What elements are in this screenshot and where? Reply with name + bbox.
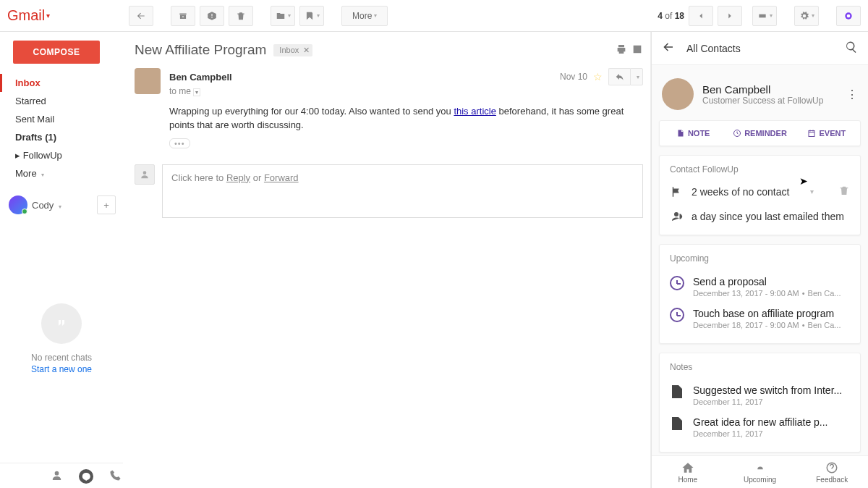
- contacts-tab-icon[interactable]: [51, 469, 63, 484]
- input-mode-button[interactable]: ▾: [752, 6, 777, 26]
- sender-name[interactable]: Ben Campbell: [169, 72, 232, 83]
- footer-feedback[interactable]: Feedback: [796, 456, 868, 488]
- chat-username[interactable]: Cody ▾: [32, 200, 61, 211]
- hangouts-tab-icon[interactable]: [79, 469, 93, 484]
- contact-menu-button[interactable]: ⋮: [846, 88, 858, 101]
- message: Ben Campbell Nov 10 ☆ ▾ to me▾ Wrapping …: [135, 68, 643, 148]
- reply-link[interactable]: Reply: [226, 172, 250, 183]
- notes-title: Notes: [670, 362, 850, 372]
- followup-card-title: Contact FollowUp: [670, 164, 850, 174]
- reply-more-button[interactable]: ▾: [630, 68, 643, 85]
- event-tab[interactable]: EVENT: [793, 121, 860, 146]
- note-item-title: Great idea for new affiliate p...: [693, 416, 850, 428]
- svg-point-2: [847, 14, 851, 17]
- chat-avatar[interactable]: [9, 195, 27, 214]
- footer-home[interactable]: Home: [652, 456, 724, 488]
- upcoming-item[interactable]: Send a proposal December 13, 2017 - 9:00…: [670, 271, 850, 303]
- label-remove-icon[interactable]: ✕: [303, 46, 310, 55]
- chat-user-row: Cody ▾ +: [9, 195, 116, 214]
- svg-rect-4: [809, 131, 814, 137]
- sender-avatar[interactable]: [135, 68, 161, 94]
- message-date: Nov 10: [560, 72, 587, 82]
- note-item[interactable]: Suggested we switch from Inter... Decemb…: [670, 379, 850, 411]
- note-tab[interactable]: NOTE: [660, 121, 726, 146]
- star-icon[interactable]: ☆: [593, 71, 603, 83]
- reply-button[interactable]: [608, 68, 630, 85]
- back-button[interactable]: [129, 6, 153, 26]
- pager-next-button[interactable]: [718, 6, 742, 26]
- settings-button[interactable]: ▾: [794, 6, 819, 26]
- upcoming-card: Upcoming Send a proposal December 13, 20…: [659, 244, 861, 344]
- labels-button[interactable]: ▾: [299, 6, 324, 26]
- hangouts-empty-text: No recent chats: [31, 353, 92, 363]
- content: New Affiliate Program Inbox✕ Ben Campbel…: [123, 32, 651, 488]
- reply-box[interactable]: Click here to Reply or Forward: [162, 164, 643, 218]
- contact-role: Customer Success at FollowUp: [702, 96, 838, 106]
- sidebar-bottom-tabs: [0, 463, 123, 488]
- note-item[interactable]: Great idea for new affiliate p... Decemb…: [670, 411, 850, 443]
- hangouts-start-link[interactable]: Start a new one: [31, 364, 92, 374]
- hangouts-icon: [41, 303, 82, 344]
- nav-followup[interactable]: ▸ FollowUp: [0, 146, 123, 164]
- label-chip[interactable]: Inbox✕: [273, 44, 312, 56]
- nav-sent[interactable]: Sent Mail: [0, 110, 123, 128]
- recipient: to me▾: [169, 86, 643, 96]
- delete-rule-button[interactable]: [838, 185, 850, 198]
- new-window-icon[interactable]: [631, 43, 643, 57]
- pager: 4 of 18: [658, 6, 742, 26]
- panel-title: All Contacts: [686, 43, 845, 54]
- broadcast-icon: [670, 210, 683, 223]
- panel-back-button[interactable]: [662, 41, 675, 56]
- more-button[interactable]: More▾: [341, 6, 388, 26]
- email-subject: New Affiliate Program: [135, 42, 266, 58]
- upcoming-item[interactable]: Touch base on affiliate program December…: [670, 303, 850, 335]
- panel-footer: Home Upcoming Feedback: [652, 455, 868, 488]
- details-toggle[interactable]: ▾: [193, 88, 200, 96]
- contact-followup-card: ➤ Contact FollowUp 2 weeks of no contact…: [659, 155, 861, 235]
- footer-upcoming[interactable]: Upcoming: [724, 456, 796, 488]
- note-icon: [670, 416, 684, 431]
- contact-avatar[interactable]: [662, 78, 694, 110]
- move-to-button[interactable]: ▾: [271, 6, 295, 26]
- compose-button[interactable]: COMPOSE: [13, 41, 100, 64]
- note-icon: [670, 384, 684, 399]
- nav-drafts[interactable]: Drafts (1): [0, 128, 123, 146]
- message-body: Wrapping up everything for our 4:00 toda…: [169, 105, 643, 132]
- nav-more[interactable]: More ▾: [0, 164, 123, 182]
- followup-rule-text: 2 weeks of no contact: [692, 186, 789, 198]
- logo[interactable]: Gmail ▾: [7, 7, 129, 24]
- followup-status-row: a day since you last emailed them: [670, 207, 850, 226]
- action-tabs: NOTE REMINDER EVENT: [659, 120, 861, 146]
- archive-button[interactable]: [171, 6, 195, 26]
- hangouts-empty: No recent chats Start a new one: [0, 214, 123, 463]
- spam-button[interactable]: [200, 6, 224, 26]
- message-link[interactable]: this article: [454, 106, 496, 117]
- reply-avatar: [135, 164, 155, 185]
- followup-panel: All Contacts Ben Campbell Customer Succe…: [651, 32, 868, 488]
- trimmed-content-toggle[interactable]: •••: [169, 138, 190, 148]
- followup-status-text: a day since you last emailed them: [692, 211, 844, 222]
- add-contact-button[interactable]: +: [97, 195, 116, 214]
- nav-inbox[interactable]: Inbox: [0, 74, 123, 92]
- home-icon: [681, 461, 694, 474]
- delete-button[interactable]: [229, 6, 253, 26]
- pager-prev-button[interactable]: [689, 6, 713, 26]
- reminder-tab[interactable]: REMINDER: [726, 121, 793, 146]
- notes-card: Notes Suggested we switch from Inter... …: [659, 353, 861, 453]
- logo-caret-icon: ▾: [46, 12, 50, 20]
- toolbar: Gmail ▾ ▾ ▾ More▾ 4 of 18 ▾ ▾: [0, 0, 868, 32]
- forward-link[interactable]: Forward: [264, 172, 299, 183]
- nav-starred[interactable]: Starred: [0, 92, 123, 110]
- pager-of: of: [665, 11, 672, 21]
- panel-search-button[interactable]: [845, 41, 858, 56]
- followup-ext-button[interactable]: [836, 6, 861, 26]
- upcoming-item-title: Send a proposal: [693, 276, 850, 287]
- svg-rect-0: [759, 14, 765, 17]
- followup-rule-row[interactable]: 2 weeks of no contact ▾: [670, 182, 850, 201]
- more-label: More: [352, 11, 372, 21]
- print-icon[interactable]: [616, 43, 627, 57]
- clock-icon: [670, 276, 684, 290]
- phone-tab-icon[interactable]: [109, 469, 122, 484]
- contact-name: Ben Campbell: [702, 83, 838, 96]
- clock-icon: [670, 308, 684, 322]
